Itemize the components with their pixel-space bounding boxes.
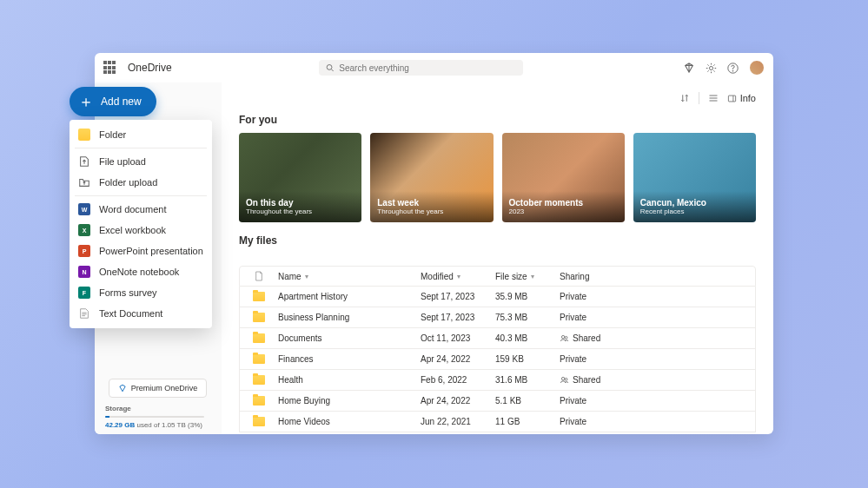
onenote-icon: N: [78, 266, 90, 278]
gear-icon[interactable]: [706, 63, 717, 74]
word-icon: W: [78, 203, 90, 215]
menu-file-upload[interactable]: File upload: [70, 151, 212, 172]
table-header: Name▾ Modified▾ File size▾ Sharing: [239, 266, 756, 287]
column-type[interactable]: [240, 271, 278, 281]
svg-point-11: [565, 336, 567, 339]
storage-fill: [105, 416, 109, 418]
card-october-moments[interactable]: October moments2023: [502, 133, 625, 222]
table-row[interactable]: Business PlanningSept 17, 202375.3 MBPri…: [240, 307, 755, 328]
people-icon: [560, 333, 569, 343]
cell-sharing: Private: [560, 396, 755, 406]
premium-button[interactable]: Premium OneDrive: [109, 379, 207, 398]
help-icon[interactable]: [727, 63, 739, 74]
menu-folder-upload[interactable]: Folder upload: [70, 172, 212, 193]
menu-onenote[interactable]: N OneNote notebook: [70, 261, 212, 282]
forms-icon: F: [78, 287, 90, 299]
add-new-label: Add new: [101, 96, 142, 108]
menu-word[interactable]: W Word document: [70, 199, 212, 220]
powerpoint-icon: P: [78, 245, 90, 257]
chevron-down-icon: ▾: [531, 273, 534, 280]
card-cancun[interactable]: Cancun, MexicoRecent places: [633, 133, 756, 222]
table-row[interactable]: HealthFeb 6, 202231.6 MBShared: [240, 370, 755, 391]
column-sharing[interactable]: Sharing: [560, 272, 755, 281]
separator: [699, 92, 699, 104]
view-icon[interactable]: [708, 93, 719, 103]
table-row[interactable]: DocumentsOct 11, 202340.3 MBShared: [240, 328, 755, 349]
menu-text[interactable]: Text Document: [70, 303, 212, 324]
table-row[interactable]: Apartment HistorySept 17, 202335.9 MBPri…: [240, 287, 755, 307]
chevron-down-icon: ▾: [457, 273, 461, 280]
chevron-down-icon: ▾: [305, 273, 308, 280]
folder-icon: [253, 354, 265, 364]
cell-modified: Apr 24, 2022: [421, 354, 495, 364]
file-icon: [255, 271, 263, 281]
table-row[interactable]: Home VideosJun 22, 202111 GBPrivate: [240, 412, 755, 432]
table-row[interactable]: Home BuyingApr 24, 20225.1 KBPrivate: [240, 391, 755, 412]
cell-name: Home Buying: [278, 396, 421, 406]
avatar[interactable]: [749, 60, 765, 76]
plus-icon: ＋: [78, 94, 94, 109]
cell-name: Health: [278, 375, 421, 385]
cell-name: Home Videos: [278, 417, 421, 426]
folder-icon: [253, 375, 265, 385]
main: Info For you On this dayThroughout the y…: [222, 82, 773, 434]
folder-icon: [253, 333, 265, 343]
cell-modified: Sept 17, 2023: [421, 292, 495, 301]
cell-sharing: Private: [560, 354, 755, 364]
cell-size: 159 KB: [495, 354, 560, 364]
folder-icon: [253, 396, 265, 406]
info-button[interactable]: Info: [727, 93, 756, 103]
folder-icon: [253, 313, 265, 322]
separator: [75, 148, 207, 148]
excel-icon: X: [78, 224, 90, 236]
for-you-title: For you: [239, 114, 756, 126]
people-icon: [560, 375, 569, 385]
cell-modified: Apr 24, 2022: [421, 396, 495, 406]
svg-point-0: [327, 65, 332, 70]
svg-point-13: [565, 378, 567, 380]
svg-point-12: [561, 377, 564, 379]
cell-modified: Sept 17, 2023: [421, 313, 495, 322]
table-row[interactable]: FinancesApr 24, 2022159 KBPrivate: [240, 349, 755, 370]
column-modified[interactable]: Modified▾: [421, 272, 495, 281]
storage-block: Storage 42.29 GB used of 1.05 TB (3%): [105, 405, 211, 429]
svg-line-1: [331, 69, 333, 71]
files-table: Name▾ Modified▾ File size▾ Sharing Apart…: [239, 266, 756, 434]
column-name[interactable]: Name▾: [278, 272, 421, 281]
folder-upload-icon: [78, 176, 90, 188]
storage-label: Storage: [105, 405, 211, 412]
menu-powerpoint[interactable]: P PowerPoint presentation: [70, 241, 212, 261]
menu-excel[interactable]: X Excel workbook: [70, 220, 212, 241]
menu-forms[interactable]: F Forms survey: [70, 282, 212, 303]
cell-sharing: Private: [560, 417, 755, 426]
cell-size: 75.3 MB: [495, 313, 560, 322]
my-files-title: My files: [239, 234, 756, 247]
svg-point-4: [732, 70, 733, 71]
for-you-cards: On this dayThroughout the years Last wee…: [239, 133, 756, 222]
table-body: Apartment HistorySept 17, 202335.9 MBPri…: [239, 287, 756, 432]
card-last-week[interactable]: Last weekThroughout the years: [370, 133, 493, 222]
search-input[interactable]: [339, 63, 516, 73]
toolbar: Info: [239, 88, 756, 109]
diamond-icon[interactable]: [683, 62, 695, 74]
storage-bar: [105, 416, 204, 418]
folder-icon: [253, 292, 265, 301]
cell-sharing: Shared: [560, 333, 755, 343]
search-box[interactable]: [319, 60, 523, 76]
svg-rect-8: [728, 96, 735, 102]
svg-point-2: [709, 66, 712, 69]
add-new-menu: Folder File upload Folder upload W Word …: [70, 120, 212, 328]
app-launcher-icon[interactable]: [103, 61, 117, 75]
card-on-this-day[interactable]: On this dayThroughout the years: [239, 133, 361, 222]
menu-folder[interactable]: Folder: [70, 124, 212, 145]
cell-size: 40.3 MB: [495, 333, 560, 343]
column-size[interactable]: File size▾: [495, 272, 560, 281]
sort-icon[interactable]: [679, 93, 690, 103]
info-icon: [727, 94, 737, 103]
cell-name: Apartment History: [278, 292, 421, 301]
cell-modified: Jun 22, 2021: [421, 417, 495, 426]
premium-label: Premium OneDrive: [131, 384, 198, 392]
add-new-button[interactable]: ＋ Add new: [70, 87, 156, 116]
file-upload-icon: [78, 155, 90, 168]
cell-size: 11 GB: [495, 417, 560, 426]
